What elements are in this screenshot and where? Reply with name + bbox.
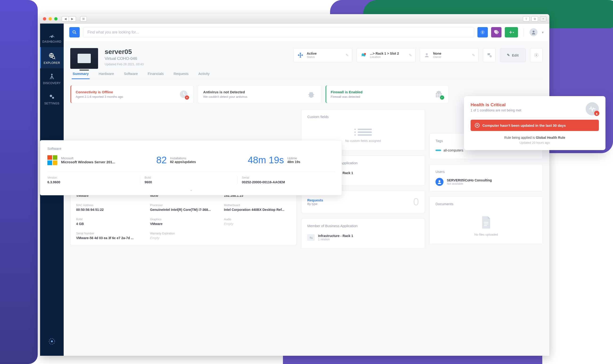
users-panel: Users SERVER05\CoHo ConsultingNot availa… xyxy=(430,164,543,191)
edit-button[interactable]: ✎Edit xyxy=(500,48,526,62)
tab-hardware[interactable]: Hardware xyxy=(99,72,114,79)
search-button[interactable] xyxy=(69,27,80,38)
svg-point-7 xyxy=(51,341,53,342)
copy-window-icon[interactable]: ⧉ xyxy=(532,16,538,21)
share-icon[interactable]: ⇪ xyxy=(523,16,530,21)
svg-rect-10 xyxy=(482,32,483,33)
edit-icon[interactable]: ✎ xyxy=(409,53,412,57)
health-rule: Rule being applied is Global Health Rule xyxy=(471,136,599,140)
detail-key: Version: xyxy=(47,176,136,179)
documents-panel: Documents No files uploaded xyxy=(430,196,543,244)
hardware-field: GraphicsVMware xyxy=(150,218,217,226)
location-card[interactable]: ...> Rack 1 > Slot 2Location ✎ xyxy=(357,48,415,62)
add-button[interactable]: ▾ xyxy=(505,27,518,38)
asset-updated: Updated Feb 28 2021, 03:43 xyxy=(105,63,144,66)
edit-icon[interactable]: ✎ xyxy=(346,53,349,57)
tab-financials[interactable]: Financials xyxy=(148,72,164,79)
hardware-field: MAC Address00:50:56:94:51:22 xyxy=(76,204,143,212)
search-input[interactable] xyxy=(83,27,474,38)
flag-button[interactable] xyxy=(483,48,496,62)
svg-point-5 xyxy=(52,97,54,99)
plus-icon xyxy=(509,31,512,34)
forward-button[interactable]: ▶ xyxy=(69,16,76,21)
detail-value: 00252-20000-00116-AAOEM xyxy=(242,180,330,184)
bug-icon xyxy=(307,90,316,99)
document-icon xyxy=(481,216,492,229)
error-icon: ✕ xyxy=(475,123,480,128)
sidebar-item-settings[interactable]: SETTINGS xyxy=(40,89,64,109)
sidebar-item-explorer[interactable]: EXPLORER xyxy=(40,47,64,68)
business-app-item[interactable]: ⇆ Infrastructure - Rack 11 relation xyxy=(307,232,419,243)
health-alert: ✕ Computer hasn't been updated in the la… xyxy=(471,120,599,131)
tag-button[interactable] xyxy=(491,27,502,38)
svg-point-3 xyxy=(51,74,52,75)
flag-icon xyxy=(487,52,492,58)
detail-value: 6.3.9600 xyxy=(47,180,136,184)
business-app-panel-2: Member of Business Application ⇆ Infrast… xyxy=(301,218,425,248)
firewall-card[interactable]: Firewall is EnabledFirewall was detected… xyxy=(325,85,449,103)
sidebar-toggle-icon[interactable]: ▥ xyxy=(80,16,87,21)
installations-count: 82 xyxy=(156,155,167,165)
chevron-down-icon[interactable]: ▾ xyxy=(542,30,544,35)
user-avatar[interactable] xyxy=(530,28,538,36)
svg-point-21 xyxy=(439,180,440,182)
edit-icon[interactable]: ✎ xyxy=(472,53,475,57)
detail-key: Build: xyxy=(145,176,233,179)
uptime-value: 48m 19s xyxy=(248,155,284,165)
hardware-field: Warranty ExpirationEmpty xyxy=(150,232,217,240)
svg-point-4 xyxy=(50,95,52,97)
panel-title: Member of Business Application xyxy=(307,224,419,228)
traffic-lights xyxy=(43,17,57,21)
asset-header: server05 Virtual COHO-046 Updated Feb 28… xyxy=(70,48,543,69)
panel-title: Documents xyxy=(436,202,537,206)
user-item[interactable]: SERVER05\CoHo ConsultingNot available xyxy=(436,178,537,186)
radar-icon xyxy=(49,74,55,80)
sidebar-item-dashboard[interactable]: DASHBOARD xyxy=(40,28,64,47)
user-avatar-icon xyxy=(436,178,443,186)
gears-icon xyxy=(49,94,55,100)
minimize-icon[interactable] xyxy=(49,17,52,21)
gear-icon xyxy=(534,53,539,57)
svg-point-14 xyxy=(426,53,428,55)
back-button[interactable]: ◀ xyxy=(62,16,69,21)
svg-point-0 xyxy=(51,37,52,38)
maximize-icon[interactable] xyxy=(54,17,57,21)
sidebar-label: SETTINGS xyxy=(44,102,59,105)
close-icon[interactable] xyxy=(43,17,46,21)
settings-button[interactable] xyxy=(530,48,543,62)
health-title: Health is Critical xyxy=(471,102,581,107)
hardware-field: ProcessorGenuineIntel Intel(R) Core(TM) … xyxy=(150,204,217,212)
status-card[interactable]: ActiveStatus ✎ xyxy=(293,48,352,62)
sidebar-label: DASHBOARD xyxy=(42,40,62,43)
tab-summary[interactable]: Summary xyxy=(73,72,89,79)
new-tab-icon[interactable]: ＋ xyxy=(540,16,546,21)
sidebar-label: EXPLORER xyxy=(44,61,60,65)
panel-title: Users xyxy=(436,170,537,174)
tags-icon xyxy=(494,30,499,34)
detail-value: 9600 xyxy=(145,180,233,184)
owner-card[interactable]: NoneOwner ✎ xyxy=(420,48,479,62)
panel-title: Custom fields xyxy=(307,115,419,119)
tab-software[interactable]: Software xyxy=(124,72,138,79)
health-updated: Updated 20 hours ago xyxy=(471,141,599,144)
svg-point-19 xyxy=(309,92,314,98)
sidebar-item-discovery[interactable]: DISCOVERY xyxy=(40,68,64,89)
svg-point-13 xyxy=(364,53,366,55)
expand-button[interactable]: ⌄ xyxy=(47,187,334,192)
map-pin-icon xyxy=(361,52,366,58)
gauge-icon xyxy=(49,33,55,38)
antivirus-card[interactable]: Antivirus is not DetectedWe couldn't det… xyxy=(198,85,321,103)
asset-thumbnail xyxy=(70,48,98,69)
globe-search-icon xyxy=(48,52,55,59)
tab-activity[interactable]: Activity xyxy=(199,72,210,79)
pencil-icon: ✎ xyxy=(507,53,510,57)
tag-color-swatch xyxy=(436,150,441,151)
user-icon xyxy=(424,52,429,58)
titlebar: ◀ ▶ ▥ ⇪ ⧉ ＋ xyxy=(40,14,549,24)
topbar: ▾ ▾ xyxy=(64,24,549,41)
tab-requests[interactable]: Requests xyxy=(173,72,188,79)
svg-rect-24 xyxy=(484,225,487,226)
connectivity-card[interactable]: Connectivity is OfflineAgent 2.1.6 repor… xyxy=(70,85,194,103)
info-button[interactable] xyxy=(478,27,488,38)
health-subtitle: 1 of 1 conditions are not being met xyxy=(471,108,581,112)
